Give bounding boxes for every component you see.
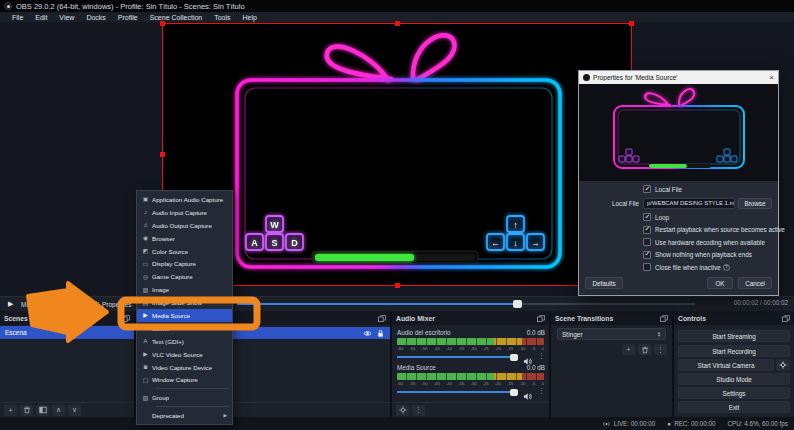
mixer-menu-dots[interactable]: ⋮ [412, 405, 425, 416]
media-seek-handle[interactable] [513, 300, 522, 308]
add-transition-button[interactable]: + [622, 344, 635, 355]
meter-scale: -60-55-50-45-40-35-30-25-20-15-10-50 [397, 346, 544, 351]
progress-bar-decoration [312, 251, 478, 263]
context-menu-item[interactable]: ▤ Image Slide Show [137, 296, 232, 309]
studio-mode-button[interactable]: Studio Mode [678, 373, 790, 385]
cancel-button[interactable]: Cancel [738, 277, 772, 289]
lock-icon[interactable] [376, 329, 385, 338]
menu-bar-item[interactable]: Help [237, 14, 263, 21]
selection-handle[interactable] [395, 283, 400, 288]
volume-meter [397, 338, 544, 345]
checkbox[interactable] [643, 251, 651, 259]
scene-list-item[interactable]: Escena [0, 326, 134, 339]
checkbox[interactable] [643, 263, 651, 271]
checkbox[interactable] [643, 185, 651, 193]
settings-button[interactable]: Settings [678, 387, 790, 399]
context-menu-item[interactable]: ◎ Game Capture [137, 270, 232, 283]
virtual-camera-settings-button[interactable] [776, 359, 790, 371]
context-menu-item[interactable]: ▣ Application Audio Capture (BETA) [137, 193, 232, 206]
context-menu-item[interactable]: ◉ Browser [137, 232, 232, 245]
context-menu-item[interactable]: ▭ Display Capture [137, 257, 232, 270]
context-menu-item[interactable]: ⊞ Scene [137, 322, 232, 335]
context-menu-item[interactable]: ◙ Video Capture Device [137, 361, 232, 374]
obs-logo-icon [583, 74, 590, 81]
selection-handle[interactable] [395, 21, 400, 26]
menu-bar-item[interactable]: Profile [112, 14, 144, 21]
properties-button[interactable]: Properties [93, 301, 133, 308]
visibility-eye-icon[interactable] [363, 329, 372, 338]
defaults-button[interactable]: Defaults [585, 277, 623, 289]
volume-slider-handle[interactable] [510, 354, 518, 361]
channel-menu-dots[interactable]: ⋮ [538, 352, 545, 360]
add-source-context-menu: ▣ Application Audio Capture (BETA) ♪ Aud… [136, 190, 233, 425]
remove-scene-button[interactable] [20, 405, 33, 416]
popout-icon[interactable] [660, 315, 668, 322]
option-checkbox-row[interactable]: Restart playback when source becomes act… [643, 226, 772, 234]
mixer-channel-db: 0.0 dB [527, 364, 545, 371]
volume-slider[interactable] [397, 391, 517, 393]
menu-bar-item[interactable]: Edit [29, 14, 53, 21]
add-scene-button[interactable]: + [4, 405, 17, 416]
exit-button[interactable]: Exit [678, 401, 790, 413]
scene-filters-button[interactable] [36, 405, 49, 416]
audio-mixer-header[interactable]: Audio Mixer [392, 311, 549, 325]
menu-bar-item[interactable]: Docks [80, 14, 111, 21]
menu-bar-item[interactable]: File [6, 14, 29, 21]
option-checkbox-row[interactable]: Use hardware decoding when available [643, 238, 772, 246]
context-menu-item[interactable]: ▶ Media Source [137, 309, 232, 322]
dialog-title-bar[interactable]: Properties for 'Media Source' × [579, 71, 778, 84]
context-menu-item[interactable]: Deprecated ▶ [137, 409, 232, 422]
option-checkbox-row[interactable]: Show nothing when playback ends [643, 251, 772, 259]
popout-icon[interactable] [378, 315, 386, 322]
menu-bar-item[interactable]: Tools [208, 14, 236, 21]
select-spinner-icon: ▲▼ [657, 331, 661, 337]
start-streaming-button[interactable]: Start Streaming [678, 330, 790, 342]
scenes-dock-header[interactable]: Scenes [0, 311, 134, 325]
popout-icon[interactable] [537, 315, 545, 322]
menu-bar-item[interactable]: Scene Collection [144, 14, 209, 21]
scene-transitions-header[interactable]: Scene Transitions [551, 311, 672, 325]
play-icon[interactable]: ▶ [8, 300, 13, 308]
selection-handle[interactable] [160, 21, 165, 26]
mixer-settings-button[interactable] [396, 405, 409, 416]
start-virtual-camera-button[interactable]: Start Virtual Camera [678, 359, 774, 371]
option-checkbox-row[interactable]: Loop [643, 213, 772, 221]
ok-button[interactable]: OK [707, 277, 733, 289]
popout-icon[interactable] [782, 315, 790, 322]
context-menu-item[interactable]: ♪ Audio Input Capture [137, 206, 232, 219]
browse-button[interactable]: Browse [738, 198, 772, 209]
context-menu-item[interactable]: ♫ Audio Output Capture [137, 219, 232, 232]
svg-text:A: A [251, 238, 258, 248]
checkbox[interactable] [643, 213, 651, 221]
start-recording-button[interactable]: Start Recording [678, 345, 790, 357]
context-menu-item[interactable]: ▨ Image [137, 283, 232, 296]
context-menu-item[interactable]: ▧ Group [137, 391, 232, 404]
title-bar: OBS 29.0.2 (64-bit, windows) - Profile: … [0, 0, 794, 12]
volume-meter [397, 373, 544, 380]
context-menu-item[interactable]: ▶ VLC Video Source [137, 348, 232, 361]
option-checkbox-row[interactable]: Close file when inactive ? [643, 263, 772, 271]
remove-transition-button[interactable] [638, 344, 651, 355]
popout-icon[interactable] [122, 315, 130, 322]
volume-slider[interactable] [397, 356, 517, 358]
menu-bar-item[interactable]: View [53, 14, 80, 21]
context-menu-item[interactable]: A Text (GDI+) [137, 335, 232, 348]
move-scene-up-button[interactable]: ∧ [52, 405, 65, 416]
selection-handle[interactable] [629, 21, 634, 26]
transition-select[interactable]: Stinger ▲▼ [557, 328, 666, 340]
context-menu-item[interactable]: ◩ Color Source [137, 245, 232, 258]
wasd-keys-decoration: W A S D [246, 216, 303, 250]
controls-dock: Controls Start Streaming Start Recording… [674, 311, 794, 417]
transition-properties-dots[interactable]: ⋮ [654, 344, 667, 355]
selection-handle[interactable] [160, 152, 165, 157]
close-icon[interactable]: × [769, 73, 774, 82]
context-menu-item[interactable]: ▢ Window Capture [137, 373, 232, 386]
local-file-input[interactable]: p/WEBCAM DESING STYLE 1.mov [643, 198, 735, 209]
controls-header[interactable]: Controls [674, 311, 794, 325]
checkbox[interactable] [643, 226, 651, 234]
local-file-checkbox-row[interactable]: Local File [643, 185, 772, 193]
checkbox[interactable] [643, 238, 651, 246]
move-scene-down-button[interactable]: ∨ [68, 405, 81, 416]
channel-menu-dots[interactable]: ⋮ [538, 387, 545, 395]
volume-slider-handle[interactable] [510, 389, 518, 396]
